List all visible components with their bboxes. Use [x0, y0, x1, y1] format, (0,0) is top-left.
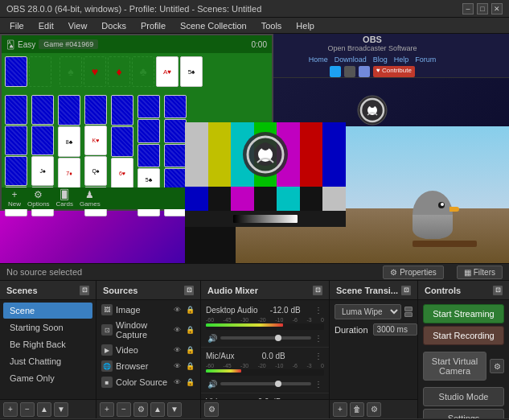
- obs-nav-help[interactable]: Help: [394, 56, 409, 64]
- remove-scene-button[interactable]: −: [20, 402, 35, 417]
- source-lock-toggle[interactable]: 🔒: [184, 360, 195, 372]
- scene-item[interactable]: Scene: [3, 303, 92, 319]
- sol-new-btn[interactable]: +New: [8, 189, 21, 208]
- waste-pile[interactable]: [29, 56, 51, 87]
- remove-transition-button[interactable]: 🗑: [350, 402, 364, 417]
- transitions-title: Scene Transi...: [336, 286, 398, 295]
- source-item[interactable]: ⊡ Window Capture 👁 🔒: [96, 318, 200, 342]
- duration-input[interactable]: [373, 323, 417, 336]
- source-lock-toggle[interactable]: 🔒: [184, 304, 195, 315]
- obs-nav-download[interactable]: Download: [335, 56, 367, 64]
- scene-item[interactable]: Starting Soon: [3, 319, 92, 336]
- transitions-expand-icon[interactable]: ⊡: [401, 286, 411, 295]
- audio-mute-button[interactable]: 🔊: [206, 377, 219, 390]
- remove-source-button[interactable]: −: [117, 402, 131, 417]
- audio-expand-icon[interactable]: ⊡: [313, 286, 322, 295]
- top-card-1[interactable]: A♥: [156, 56, 179, 87]
- menu-item-docks[interactable]: Docks: [95, 19, 133, 32]
- obs-nav-blog[interactable]: Blog: [373, 56, 388, 64]
- source-settings-button[interactable]: ⚙: [133, 402, 148, 417]
- audio-track-menu[interactable]: ⋮: [313, 304, 324, 315]
- transitions-content: Luma Wipe Cut Fade Slide Duration: [330, 300, 417, 399]
- sol-options-btn[interactable]: ⚙Options: [27, 189, 50, 208]
- top-card-2[interactable]: 5♠: [180, 56, 203, 87]
- add-scene-button[interactable]: +: [3, 402, 18, 417]
- maximize-button[interactable]: □: [477, 3, 488, 14]
- sol-easy-label: Easy: [18, 40, 35, 49]
- source-item[interactable]: 🖼 Image 👁 🔒: [96, 302, 200, 318]
- source-item[interactable]: ▶ Video 👁 🔒: [96, 342, 200, 358]
- move-source-down-button[interactable]: ▼: [167, 402, 182, 417]
- foundation-2[interactable]: ♥: [84, 56, 106, 87]
- window-title: OBS 28.0.0 (64-bit, windows) - Profile: …: [6, 4, 462, 14]
- audio-track-menu[interactable]: ⋮: [313, 350, 324, 361]
- sources-expand-icon[interactable]: ⊡: [184, 286, 194, 295]
- audio-volume-slider[interactable]: [220, 336, 311, 340]
- source-visibility-toggle[interactable]: 👁: [171, 360, 183, 372]
- stock-pile[interactable]: [5, 56, 27, 87]
- source-item[interactable]: 🌐 Browser 👁 🔒: [96, 358, 200, 374]
- settings-button[interactable]: Settings: [423, 409, 504, 418]
- sol-cards-btn[interactable]: 🂠Cards: [56, 189, 73, 208]
- audio-extra-menu[interactable]: ⋮: [313, 332, 324, 344]
- source-item-label: Color Source: [116, 377, 168, 387]
- foundation-3[interactable]: ♦: [108, 56, 130, 87]
- source-visibility-toggle[interactable]: 👁: [171, 344, 183, 356]
- menu-item-profile[interactable]: Profile: [134, 19, 172, 32]
- source-visibility-toggle[interactable]: 👁: [171, 324, 183, 336]
- move-scene-up-button[interactable]: ▲: [37, 402, 51, 417]
- move-scene-down-button[interactable]: ▼: [54, 402, 68, 417]
- sol-game-badge: Game #041969: [39, 39, 98, 49]
- trans-down-arrow[interactable]: [404, 312, 413, 317]
- scenes-list: SceneStarting SoonBe Right BackJust Chat…: [0, 300, 96, 399]
- start-recording-button[interactable]: Start Recording: [423, 326, 504, 345]
- foundation-1[interactable]: ♠: [60, 56, 82, 87]
- move-source-up-button[interactable]: ▲: [150, 402, 165, 417]
- menu-item-scene collection[interactable]: Scene Collection: [174, 19, 253, 32]
- transition-settings-button[interactable]: ⚙: [367, 402, 381, 417]
- trans-up-arrow[interactable]: [404, 307, 413, 311]
- add-transition-button[interactable]: +: [333, 402, 347, 417]
- source-lock-toggle[interactable]: 🔒: [184, 377, 195, 388]
- studio-mode-button[interactable]: Studio Mode: [423, 387, 504, 406]
- start-streaming-button[interactable]: Start Streaming: [423, 304, 504, 323]
- transition-select[interactable]: Luma Wipe Cut Fade Slide: [335, 304, 401, 319]
- contribute-btn[interactable]: ♥ Contribute: [373, 66, 415, 77]
- audio-mute-button[interactable]: 🔊: [206, 331, 219, 344]
- virtual-camera-settings-icon[interactable]: ⚙: [490, 359, 504, 373]
- controls-expand-icon[interactable]: ⊡: [493, 286, 503, 295]
- svg-point-9: [261, 142, 269, 150]
- properties-button[interactable]: ⚙ Properties: [383, 266, 444, 279]
- add-source-button[interactable]: +: [100, 402, 114, 417]
- scene-item[interactable]: Be Right Back: [3, 336, 92, 352]
- obs-nav-forum[interactable]: Forum: [415, 56, 436, 64]
- start-virtual-camera-button[interactable]: Start Virtual Camera: [423, 352, 486, 381]
- menu-item-view[interactable]: View: [62, 19, 94, 32]
- scene-item[interactable]: Game Only: [3, 370, 92, 386]
- menu-item-edit[interactable]: Edit: [32, 19, 60, 32]
- obs-nav-home[interactable]: Home: [309, 56, 328, 64]
- minimize-button[interactable]: –: [462, 3, 474, 14]
- audio-extra-menu[interactable]: ⋮: [313, 378, 324, 389]
- scenes-title: Scenes: [6, 286, 38, 295]
- audio-track-level: -12.0 dB: [270, 306, 301, 315]
- source-visibility-toggle[interactable]: 👁: [171, 377, 183, 388]
- source-visibility-toggle[interactable]: 👁: [171, 304, 183, 315]
- obs-logo-color-bars: [241, 130, 289, 180]
- menu-item-help[interactable]: Help: [289, 19, 321, 32]
- source-lock-toggle[interactable]: 🔒: [184, 344, 195, 356]
- menu-item-file[interactable]: File: [3, 19, 31, 32]
- obs-site-subtitle: Open Broadcaster Software: [327, 44, 417, 52]
- scene-item[interactable]: Just Chatting: [3, 353, 92, 369]
- scenes-expand-icon[interactable]: ⊡: [80, 286, 89, 295]
- sol-games-btn[interactable]: ♟Games: [80, 189, 101, 208]
- audio-volume-slider[interactable]: [220, 382, 311, 385]
- source-item[interactable]: ■ Color Source 👁 🔒: [96, 374, 200, 390]
- source-lock-toggle[interactable]: 🔒: [184, 324, 195, 336]
- close-button[interactable]: ✕: [491, 3, 503, 14]
- scenes-panel: Scenes ⊡ SceneStarting SoonBe Right Back…: [0, 281, 96, 418]
- filters-button[interactable]: ▦ Filters: [457, 266, 503, 279]
- menu-item-tools[interactable]: Tools: [255, 19, 289, 32]
- audio-settings-button[interactable]: ⚙: [204, 402, 219, 417]
- foundation-4[interactable]: ♣: [132, 56, 154, 87]
